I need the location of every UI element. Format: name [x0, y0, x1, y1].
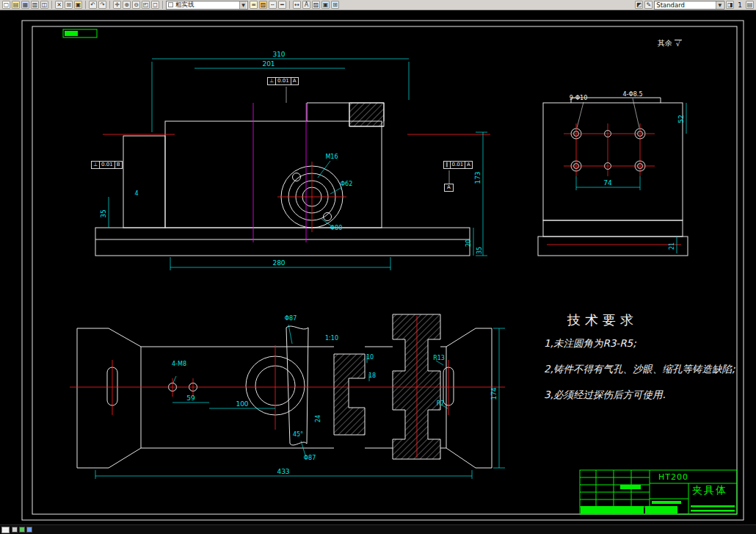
dimension-text: M16 — [325, 154, 338, 160]
pan-icon[interactable]: ✛ — [113, 1, 121, 9]
zoom-extents-icon[interactable]: ◻ — [151, 1, 159, 9]
tech-requirements-list: 1,未注圆角为R3-R5; 2,铸件不得有气孔、沙眼、缩孔等铸造缺陷; 3,必须… — [544, 331, 735, 408]
fcf-tolerance: 0.01 — [276, 78, 291, 84]
dimension-text: 45° — [293, 431, 303, 438]
copy-icon[interactable]: ⊞ — [65, 1, 73, 9]
centerlines — [547, 123, 681, 245]
dimension-text: Φ80 — [330, 225, 342, 231]
linetype-icon[interactable]: ╌ — [269, 1, 277, 9]
dimension-text: 20 — [465, 239, 472, 247]
lineweight-icon[interactable]: ━ — [278, 1, 286, 9]
dimension-text: 35 — [476, 247, 483, 254]
part-name: 夹具体 — [692, 484, 727, 497]
render-icon[interactable]: ◨ — [726, 1, 734, 9]
start-button[interactable] — [1, 527, 10, 533]
cut-icon[interactable]: ✕ — [55, 1, 63, 9]
fcf-symbol: ⊥ — [268, 78, 276, 84]
edit-icon[interactable]: ✎ — [644, 1, 653, 9]
dimension-icon[interactable]: ↔ — [293, 1, 301, 9]
dimension-text: 4-M8 — [172, 361, 186, 367]
dimension-annotations: 3102012801733542035M16Φ62Φ809-Φ104-Φ8.55… — [100, 51, 685, 475]
open-file-icon[interactable]: ▤ — [12, 1, 20, 9]
drawing-side-view — [538, 98, 688, 256]
dimension-text: 1:10 — [325, 335, 338, 342]
plot-preview-icon[interactable]: ◫ — [40, 1, 48, 9]
toolbar-group-file-zoom: ▢▤▦▥◫✕⊞▣↶↷✛⊕⊖◰◻ — [2, 1, 164, 9]
tech-requirement-item: 2,铸件不得有气孔、沙眼、缩孔等铸造缺陷; — [544, 356, 735, 382]
redo-icon[interactable]: ↷ — [98, 1, 106, 9]
dimension-text: 10 — [366, 354, 374, 361]
tech-requirements-title: 技术要求 — [567, 311, 638, 329]
material-spec: HT200 — [658, 472, 688, 482]
style-combo[interactable]: Standard ▼ — [654, 1, 724, 10]
chevron-down-icon[interactable]: ▼ — [716, 1, 723, 9]
fcf-datum: B — [115, 162, 122, 168]
tool-palette-icon[interactable] — [26, 527, 32, 533]
dimension-text: 173 — [474, 171, 481, 184]
block-icon[interactable]: ▣ — [321, 1, 330, 9]
surface-finish-note: 其余 √ — [658, 38, 682, 48]
zoom-window-icon[interactable]: ◰ — [142, 1, 150, 9]
taskbar — [0, 524, 756, 534]
centerlines — [103, 134, 490, 232]
paste-icon[interactable]: ▣ — [74, 1, 82, 9]
dimension-text: 35 — [100, 209, 107, 217]
app-window-icon[interactable] — [12, 527, 18, 533]
tech-requirement-item: 1,未注圆角为R3-R5; — [544, 331, 735, 356]
toolbar-group-render: ◨ — [726, 1, 734, 9]
new-file-icon[interactable]: ▢ — [2, 1, 10, 9]
hatch-icon[interactable]: ▨ — [312, 1, 320, 9]
toolbar-group-edit: ◩✎ — [635, 1, 653, 9]
dimension-text: R13 — [433, 355, 445, 361]
dimension-text: 100 — [236, 400, 248, 408]
save-icon[interactable]: ▦ — [21, 1, 29, 9]
drawing-front-view — [95, 59, 490, 270]
dimension-text: Φ87 — [285, 315, 297, 322]
toolbar-separator — [109, 1, 110, 9]
dimension-text: Φ87 — [304, 455, 316, 461]
toolbar-separator — [85, 1, 86, 9]
drawing-svg: 3102012801733542035M16Φ62Φ809-Φ104-Φ8.55… — [0, 0, 756, 534]
main-toolbar: ▢▤▦▥◫✕⊞▣↶↷✛⊕⊖◰◻ 粗实线 ▼ ≡▨╌━↔A▨▣⊞ ◩✎ Stand… — [0, 0, 756, 10]
toolbar-group-layout: ▤ — [746, 1, 754, 9]
dimension-text: 433 — [277, 468, 289, 475]
tech-requirement-item: 3,必须经过探伤后方可使用. — [544, 382, 735, 408]
feature-control-frame-top: ⊥ 0.01 A — [267, 77, 299, 85]
fcf-tolerance: 0.01 — [451, 162, 466, 168]
chevron-down-icon[interactable]: ▼ — [239, 1, 247, 9]
dimension-text: R7 — [437, 400, 445, 407]
match-properties-icon[interactable]: ◩ — [635, 1, 643, 9]
layer-combo[interactable]: 粗实线 ▼ — [166, 1, 248, 10]
auxiliary-lines — [253, 103, 306, 242]
layer-combo-label: 粗实线 — [175, 1, 237, 10]
text-style-icon[interactable]: A — [302, 1, 310, 9]
cad-application-window: 3102012801733542035M16Φ62Φ809-Φ104-Φ8.55… — [0, 0, 756, 534]
fcf-datum: A — [291, 78, 298, 84]
dimension-text: 52 — [677, 115, 685, 123]
datum-label: A — [444, 184, 454, 192]
dimension-text: 201 — [262, 60, 275, 68]
layer-color-swatch — [168, 2, 173, 7]
dimension-lines — [576, 103, 686, 253]
layer-color-icon[interactable]: ▨ — [259, 1, 267, 9]
undo-icon[interactable]: ↶ — [89, 1, 97, 9]
zoom-in-icon[interactable]: ⊕ — [123, 1, 131, 9]
plot-icon[interactable]: ▥ — [31, 1, 39, 9]
drawing-plan-view — [70, 314, 505, 479]
surface-note-text: 其余 — [658, 38, 672, 48]
dimension-text: 18 — [368, 372, 376, 379]
zoom-out-icon[interactable]: ⊖ — [132, 1, 140, 9]
layer-manager-icon[interactable]: ≡ — [250, 1, 258, 9]
dimension-text: 310 — [272, 51, 285, 58]
dimension-text: 4 — [134, 190, 138, 197]
toolbar-separator — [162, 1, 163, 9]
revision-stamp — [65, 31, 78, 36]
toolbar-separator — [289, 1, 290, 9]
dimension-text: 21 — [669, 242, 675, 250]
page-indicator: 1 — [738, 1, 742, 9]
dimension-text: 74 — [603, 179, 612, 187]
layout-sheet-icon[interactable]: ▤ — [746, 1, 754, 9]
document-icon[interactable] — [19, 527, 25, 533]
insert-block-icon[interactable]: ⊞ — [331, 1, 339, 9]
roughness-symbol-icon: √ — [675, 40, 682, 48]
